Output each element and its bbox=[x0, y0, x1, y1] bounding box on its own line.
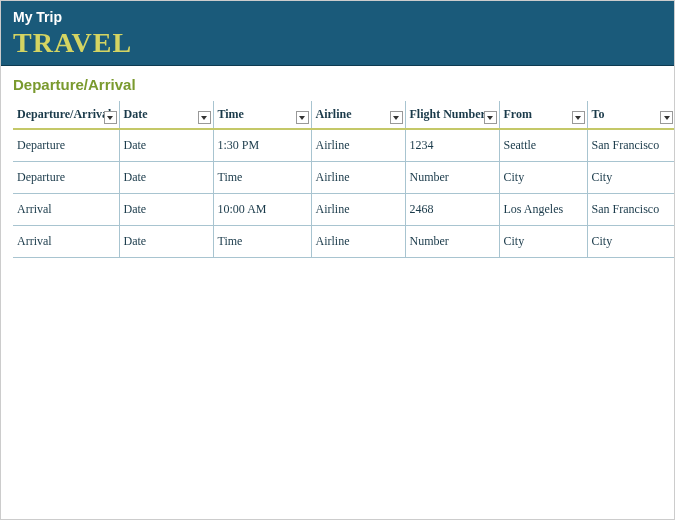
filter-dropdown-icon[interactable] bbox=[660, 111, 673, 124]
header-subtitle: My Trip bbox=[13, 9, 662, 25]
cell[interactable]: Airline bbox=[311, 226, 405, 258]
column-header[interactable]: Date bbox=[119, 101, 213, 129]
cell[interactable]: 1234 bbox=[405, 129, 499, 162]
cell[interactable]: Date bbox=[119, 162, 213, 194]
cell[interactable]: Airline bbox=[311, 194, 405, 226]
content-area: Departure/Arrival Departure/Arrival Date… bbox=[1, 66, 674, 268]
travel-table: Departure/Arrival Date Time Airline Flig… bbox=[13, 101, 675, 258]
cell[interactable]: Number bbox=[405, 226, 499, 258]
cell[interactable]: City bbox=[499, 226, 587, 258]
filter-dropdown-icon[interactable] bbox=[296, 111, 309, 124]
column-header[interactable]: From bbox=[499, 101, 587, 129]
filter-dropdown-icon[interactable] bbox=[104, 111, 117, 124]
section-title: Departure/Arrival bbox=[13, 76, 662, 93]
cell[interactable]: Airline bbox=[311, 129, 405, 162]
cell[interactable]: Airline bbox=[311, 162, 405, 194]
table-row: Departure Date Time Airline Number City … bbox=[13, 162, 675, 194]
cell[interactable]: City bbox=[587, 162, 675, 194]
column-label: Date bbox=[124, 107, 148, 121]
column-label: To bbox=[592, 107, 605, 121]
table-header-row: Departure/Arrival Date Time Airline Flig… bbox=[13, 101, 675, 129]
column-label: From bbox=[504, 107, 532, 121]
cell[interactable]: Seattle bbox=[499, 129, 587, 162]
cell[interactable]: Arrival bbox=[13, 226, 119, 258]
cell[interactable]: 1:30 PM bbox=[213, 129, 311, 162]
filter-dropdown-icon[interactable] bbox=[572, 111, 585, 124]
cell[interactable]: Date bbox=[119, 194, 213, 226]
column-header[interactable]: To bbox=[587, 101, 675, 129]
cell[interactable]: San Francisco bbox=[587, 129, 675, 162]
header-title: TRAVEL bbox=[13, 27, 662, 59]
cell[interactable]: 2468 bbox=[405, 194, 499, 226]
table-row: Arrival Date Time Airline Number City Ci… bbox=[13, 226, 675, 258]
column-header[interactable]: Flight Number bbox=[405, 101, 499, 129]
cell[interactable]: Time bbox=[213, 162, 311, 194]
column-label: Time bbox=[218, 107, 244, 121]
column-label: Departure/Arrival bbox=[17, 107, 111, 121]
table-row: Departure Date 1:30 PM Airline 1234 Seat… bbox=[13, 129, 675, 162]
column-header[interactable]: Time bbox=[213, 101, 311, 129]
cell[interactable]: Departure bbox=[13, 162, 119, 194]
cell[interactable]: City bbox=[587, 226, 675, 258]
table-row: Arrival Date 10:00 AM Airline 2468 Los A… bbox=[13, 194, 675, 226]
filter-dropdown-icon[interactable] bbox=[390, 111, 403, 124]
cell[interactable]: Date bbox=[119, 129, 213, 162]
cell[interactable]: San Francisco bbox=[587, 194, 675, 226]
page-header: My Trip TRAVEL bbox=[1, 1, 674, 66]
column-header[interactable]: Departure/Arrival bbox=[13, 101, 119, 129]
cell[interactable]: Date bbox=[119, 226, 213, 258]
cell[interactable]: Departure bbox=[13, 129, 119, 162]
cell[interactable]: Number bbox=[405, 162, 499, 194]
cell[interactable]: 10:00 AM bbox=[213, 194, 311, 226]
cell[interactable]: City bbox=[499, 162, 587, 194]
cell[interactable]: Time bbox=[213, 226, 311, 258]
cell[interactable]: Los Angeles bbox=[499, 194, 587, 226]
column-label: Airline bbox=[316, 107, 352, 121]
cell[interactable]: Arrival bbox=[13, 194, 119, 226]
filter-dropdown-icon[interactable] bbox=[484, 111, 497, 124]
column-header[interactable]: Airline bbox=[311, 101, 405, 129]
filter-dropdown-icon[interactable] bbox=[198, 111, 211, 124]
column-label: Flight Number bbox=[410, 107, 486, 121]
